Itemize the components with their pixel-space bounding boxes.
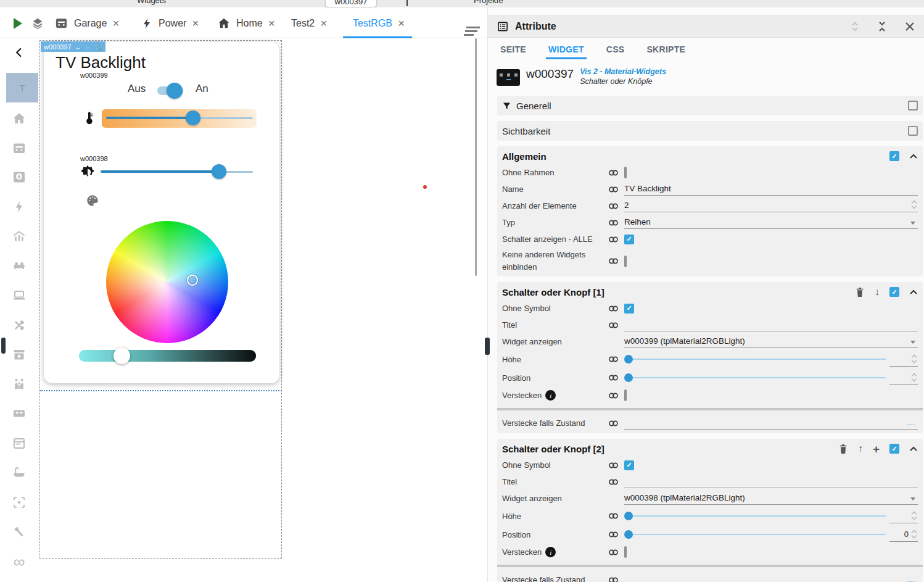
verstecke-falls-input[interactable]: ... bbox=[624, 417, 918, 430]
tab-test2[interactable]: Test2 × bbox=[291, 8, 327, 38]
left-resize-handle[interactable] bbox=[1, 338, 6, 354]
section-sichtbarkeit-header[interactable]: Sichtbarkeit bbox=[502, 123, 918, 139]
anchor-icon[interactable]: ⚓ bbox=[94, 43, 103, 51]
sidebar-item-calendar[interactable] bbox=[0, 436, 38, 451]
close-tab-icon[interactable]: × bbox=[398, 17, 405, 29]
section-checkbox[interactable] bbox=[908, 126, 918, 136]
color-wheel-selector[interactable] bbox=[187, 275, 198, 286]
sidebar-item-consumption[interactable] bbox=[0, 229, 38, 244]
schalter-anzeigen-checkbox[interactable] bbox=[624, 235, 634, 244]
tab-power[interactable]: Power × bbox=[141, 8, 199, 38]
temperature-slider-thumb[interactable] bbox=[186, 110, 200, 125]
move-up-icon[interactable]: ↑ bbox=[858, 443, 863, 454]
link-icon[interactable] bbox=[608, 461, 624, 470]
chevron-up-icon[interactable] bbox=[909, 289, 918, 295]
chevron-up-icon[interactable] bbox=[909, 153, 918, 159]
panel-resize-handle[interactable] bbox=[485, 338, 490, 355]
link-icon[interactable] bbox=[608, 202, 624, 210]
ohne-rahmen-checkbox[interactable] bbox=[624, 167, 627, 178]
widget-select[interactable]: w000398 (tplMaterial2RGBLight) bbox=[624, 492, 918, 505]
unfold-more-icon[interactable] bbox=[850, 20, 860, 33]
tab-home[interactable]: Home × bbox=[217, 8, 275, 38]
spinner-icon[interactable] bbox=[910, 200, 918, 209]
sidebar-item-focus[interactable] bbox=[0, 495, 38, 510]
widget-select[interactable]: w000399 (tplMaterial2RGBLight) bbox=[624, 335, 918, 348]
link-icon[interactable] bbox=[608, 391, 624, 400]
trash-icon[interactable] bbox=[838, 443, 848, 454]
link-icon[interactable] bbox=[608, 168, 624, 177]
link-icon[interactable] bbox=[608, 373, 624, 382]
section-checkbox[interactable] bbox=[908, 101, 918, 110]
tab-widget[interactable]: WIDGET bbox=[548, 44, 584, 59]
widget-selection-label[interactable]: w000397 ↔ ⇔ ⚓ bbox=[41, 41, 105, 52]
ohne-symbol-checkbox[interactable] bbox=[624, 304, 634, 314]
projects-toolbar-label[interactable]: Projekte bbox=[474, 0, 503, 5]
play-icon[interactable] bbox=[14, 18, 22, 29]
sidebar-item-power[interactable] bbox=[0, 199, 38, 214]
link-icon[interactable] bbox=[608, 235, 624, 244]
titel-input[interactable] bbox=[624, 475, 918, 488]
link-icon[interactable] bbox=[608, 185, 624, 194]
resize-icon[interactable]: ↔ bbox=[75, 43, 81, 51]
name-input[interactable]: TV Backlight bbox=[624, 183, 918, 196]
position-slider[interactable] bbox=[624, 530, 886, 539]
slider-thumb[interactable] bbox=[624, 355, 633, 364]
add-icon[interactable]: + bbox=[873, 443, 880, 455]
tab-testrgb[interactable]: TestRGB × bbox=[353, 8, 405, 38]
section-checkbox[interactable] bbox=[889, 151, 899, 161]
sidebar-item-infinity[interactable]: ∞ bbox=[0, 554, 38, 569]
luminance-slider-thumb[interactable] bbox=[113, 347, 130, 364]
position-spinner[interactable] bbox=[889, 370, 918, 385]
more-ellipsis[interactable]: ... bbox=[907, 418, 915, 427]
layers-icon[interactable] bbox=[31, 17, 44, 30]
close-tab-icon[interactable]: × bbox=[320, 17, 327, 29]
tv-backlight-widget[interactable]: TV Backlight w000399 Aus An w000398 bbox=[44, 42, 279, 383]
typ-select[interactable]: Reihen bbox=[624, 216, 918, 229]
widget-id-box[interactable]: w000397 bbox=[326, 0, 376, 7]
close-tab-icon[interactable]: × bbox=[112, 17, 119, 29]
section-allgemein-header[interactable]: Allgemein bbox=[502, 148, 918, 164]
width-icon[interactable]: ⇔ bbox=[85, 43, 91, 51]
sidebar-item-sofa[interactable] bbox=[0, 258, 38, 273]
slider-thumb[interactable] bbox=[624, 512, 633, 520]
slider-thumb[interactable] bbox=[624, 373, 633, 382]
tab-garage[interactable]: Garage × bbox=[54, 8, 119, 38]
widgets-toolbar-label[interactable]: Widgets bbox=[137, 0, 166, 5]
color-wheel[interactable] bbox=[106, 221, 228, 343]
link-icon[interactable] bbox=[608, 478, 624, 486]
position-slider[interactable] bbox=[624, 373, 886, 382]
collapse-panel-icon[interactable] bbox=[877, 20, 887, 33]
section-knopf-2-header[interactable]: Schalter oder Knopf [2] ↑ + bbox=[502, 441, 918, 457]
sidebar-item-t-selected[interactable]: T bbox=[6, 73, 38, 102]
brightness-slider-thumb[interactable] bbox=[212, 164, 226, 179]
verstecken-checkbox[interactable] bbox=[624, 546, 627, 558]
hoehe-spinner[interactable] bbox=[889, 352, 918, 367]
sidebar-item-bedroom[interactable] bbox=[0, 406, 38, 421]
sidebar-item-security[interactable] bbox=[0, 170, 38, 185]
section-knopf-1-header[interactable]: Schalter oder Knopf [1] ↓ bbox=[502, 284, 918, 300]
info-icon[interactable]: i bbox=[545, 390, 556, 401]
link-icon[interactable] bbox=[608, 257, 624, 265]
close-tab-icon[interactable]: × bbox=[268, 17, 275, 29]
sidebar-item-tools[interactable] bbox=[0, 318, 38, 333]
link-icon[interactable] bbox=[608, 530, 624, 539]
link-icon[interactable] bbox=[608, 355, 624, 364]
sidebar-item-storage[interactable] bbox=[0, 347, 38, 362]
section-generell-header[interactable]: Generell bbox=[502, 98, 918, 114]
move-down-icon[interactable]: ↓ bbox=[875, 286, 880, 297]
sidebar-item-home[interactable] bbox=[0, 111, 38, 126]
section-checkbox[interactable] bbox=[889, 287, 899, 297]
chevron-up-icon[interactable] bbox=[909, 446, 918, 452]
close-panel-icon[interactable] bbox=[904, 21, 915, 32]
ohne-symbol-checkbox[interactable] bbox=[624, 460, 634, 470]
sidebar-item-flashlight[interactable] bbox=[0, 525, 38, 539]
verstecken-checkbox[interactable] bbox=[624, 389, 627, 401]
canvas[interactable]: w000397 ↔ ⇔ ⚓ TV Backlight w000399 Aus A… bbox=[38, 38, 481, 582]
link-icon[interactable] bbox=[608, 218, 624, 227]
tab-skripte[interactable]: SKRIPTE bbox=[646, 44, 685, 59]
sidebar-item-family[interactable] bbox=[0, 376, 38, 391]
position-spinner[interactable]: 0 bbox=[889, 527, 918, 542]
titel-input[interactable] bbox=[624, 318, 918, 331]
more-ellipsis[interactable]: ... bbox=[907, 575, 915, 582]
collapse-sidebar-icon[interactable] bbox=[0, 47, 38, 58]
